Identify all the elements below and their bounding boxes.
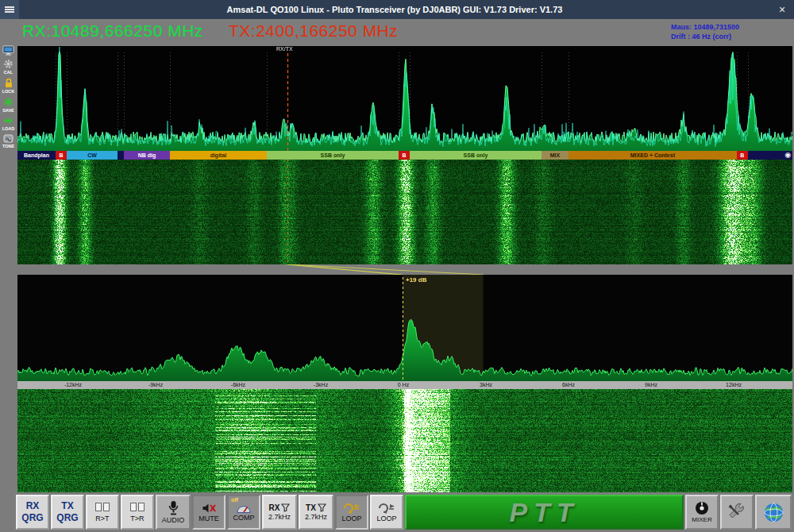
save-label: SAVE xyxy=(2,108,14,113)
rx-to-tx-button[interactable]: R>T xyxy=(86,495,119,530)
bandplan-segment-nb-dig: NB dig xyxy=(124,151,170,160)
rxtx-marker-label: RX/TX xyxy=(276,46,293,52)
lock-icon xyxy=(4,78,13,88)
freq-tick-6khz: -6kHz xyxy=(231,382,245,387)
freq-tick-9khz: 9kHz xyxy=(645,382,657,387)
star-icon xyxy=(3,97,13,107)
wrench-icon xyxy=(727,503,746,522)
loop-icon xyxy=(377,502,396,514)
tone-button[interactable]: TONE xyxy=(2,134,14,148)
mouse-drift-readout: Maus: 10489,731500 Drift : 46 Hz (corr) xyxy=(671,22,739,41)
tx-filter-button[interactable]: TX 2.7kHz xyxy=(299,495,333,530)
gear-icon xyxy=(3,59,13,69)
freq-tick-9khz: -9kHz xyxy=(148,382,163,387)
mixer-button[interactable]: MIXER xyxy=(685,495,719,530)
rx-qrg-button[interactable]: RX QRG xyxy=(16,495,49,530)
mouse-frequency: Maus: 10489,731500 xyxy=(671,22,739,32)
settings-button[interactable] xyxy=(720,495,754,530)
bandplan-segment-mixed-contest: MIXED + Contest xyxy=(569,151,737,160)
tx-filter-top: TX xyxy=(306,503,316,512)
drift-readout: Drift : 46 Hz (corr) xyxy=(671,32,739,41)
mute-button[interactable]: MUTE xyxy=(192,495,225,530)
rx-frequency[interactable]: RX:10489,666250 MHz xyxy=(22,21,203,40)
close-icon[interactable]: × xyxy=(770,3,794,16)
filter-funnel-icon xyxy=(318,503,326,512)
load-button[interactable]: LOAD xyxy=(2,116,15,131)
bandplan-target-icon[interactable]: ◉ xyxy=(784,151,791,160)
copy-pages-icon xyxy=(94,502,110,514)
bandplan-segment-ssb-only: SSB only xyxy=(267,151,399,160)
menu-button[interactable] xyxy=(0,0,19,19)
tx-loop-button[interactable]: LOOP xyxy=(370,495,403,530)
bandplan-segment-spacer xyxy=(118,151,124,160)
tx-loop-label: LOOP xyxy=(376,515,396,522)
bandplan-segment-digital: digital xyxy=(170,151,267,160)
copy-pages-icon xyxy=(129,502,145,514)
monitor-button[interactable] xyxy=(2,45,14,56)
comp-button[interactable]: off COMP xyxy=(227,495,260,530)
zoom-fan-lines xyxy=(17,264,792,275)
toolbar: RX QRG TX QRG R>T T>R AUDIO xyxy=(0,492,794,532)
knob-icon xyxy=(695,501,709,515)
cal-label: CAL xyxy=(4,70,13,75)
bandplan-segment-cw: CW xyxy=(67,151,118,160)
bandplan-segment-b: B xyxy=(56,151,67,160)
titlebar: Amsat-DL QO100 Linux - Pluto Transceiver… xyxy=(0,0,794,19)
bandplan-segment-b: B xyxy=(737,151,748,160)
tx-qrg-top: TX xyxy=(61,501,73,511)
hamburger-icon xyxy=(5,6,14,13)
bandplan-segment-ssb-only: SSB only xyxy=(410,151,542,160)
zoom-waterfall[interactable] xyxy=(17,389,792,492)
meter-icon xyxy=(236,503,252,513)
tx-to-rx-label: T>R xyxy=(130,515,144,522)
freq-tick-0hz: 0 Hz xyxy=(398,382,409,387)
freq-tick-3khz: 3kHz xyxy=(480,382,492,387)
tone-icon xyxy=(3,134,13,143)
loop-icon xyxy=(342,502,361,514)
lock-label: LOCK xyxy=(2,89,15,94)
tx-qrg-bottom: QRG xyxy=(56,513,78,523)
rx-filter-top: RX xyxy=(269,503,280,512)
rx-qrg-bottom: QRG xyxy=(21,513,43,523)
window-title: Amsat-DL QO100 Linux - Pluto Transceiver… xyxy=(19,5,770,14)
rx-loop-label: LOOP xyxy=(341,515,361,522)
mute-label: MUTE xyxy=(198,515,219,522)
sidebar: CAL LOCK SAVE LOAD TONE xyxy=(0,45,17,148)
web-button[interactable] xyxy=(755,495,792,530)
bandplan-bar: ◉ BandplanBCWNB digdigitalSSB onlyBSSB o… xyxy=(17,151,792,160)
rx-filter-bottom: 2.7kHz xyxy=(268,513,291,521)
ptt-label: PTT xyxy=(509,497,579,528)
rx-loop-button[interactable]: LOOP xyxy=(335,495,368,530)
tone-label: TONE xyxy=(2,144,14,148)
freq-tick-6khz: 6kHz xyxy=(562,382,575,387)
bandplan-segment-bandplan: Bandplan xyxy=(17,151,56,160)
audio-label: AUDIO xyxy=(162,516,185,524)
save-button[interactable]: SAVE xyxy=(2,97,14,113)
frequency-scale: -12kHz-9kHz-6kHz-3kHz0 Hz3kHz6kHz9kHz12k… xyxy=(17,381,792,389)
globe-icon xyxy=(763,502,784,523)
ptt-button[interactable]: PTT xyxy=(405,495,684,530)
tx-frequency[interactable]: TX:2400,166250 MHz xyxy=(229,21,398,40)
monitor-icon xyxy=(2,45,14,56)
cal-button[interactable]: CAL xyxy=(3,59,13,75)
rx-to-tx-label: R>T xyxy=(95,515,109,522)
audio-button[interactable]: AUDIO xyxy=(156,495,191,530)
bandplan-segment-mix: MIX xyxy=(542,151,569,160)
bandplan-segment-b: B xyxy=(399,151,410,160)
lock-button[interactable]: LOCK xyxy=(2,78,15,94)
mute-speaker-icon xyxy=(202,503,217,514)
freq-tick-12khz: 12kHz xyxy=(726,382,742,387)
wideband-waterfall[interactable] xyxy=(17,160,792,264)
comp-label: COMP xyxy=(233,514,255,522)
tx-qrg-button[interactable]: TX QRG xyxy=(51,495,84,530)
comp-state: off xyxy=(231,497,238,503)
tx-to-rx-button[interactable]: T>R xyxy=(121,495,154,530)
zoom-spectrum[interactable] xyxy=(17,275,792,381)
load-arrow-icon xyxy=(3,116,13,125)
gain-label: +19 dB xyxy=(406,276,426,283)
rx-filter-button[interactable]: RX 2.7kHz xyxy=(262,495,297,530)
filter-funnel-icon xyxy=(281,503,290,512)
wideband-spectrum[interactable] xyxy=(17,46,792,151)
freq-tick-12khz: -12kHz xyxy=(64,382,82,387)
microphone-icon xyxy=(168,500,179,515)
